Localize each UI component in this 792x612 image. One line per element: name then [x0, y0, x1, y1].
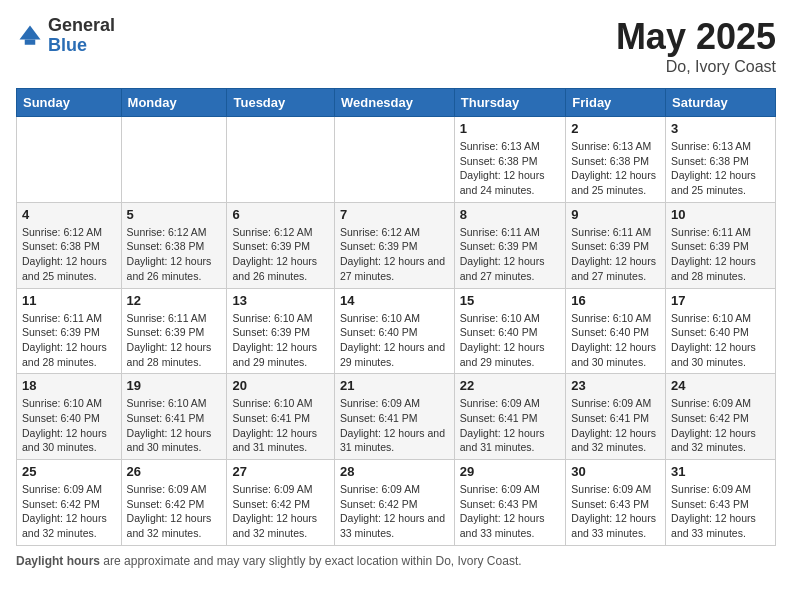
calendar-day	[17, 117, 122, 203]
day-info: Sunrise: 6:12 AM Sunset: 6:39 PM Dayligh…	[340, 225, 449, 284]
calendar-day: 20Sunrise: 6:10 AM Sunset: 6:41 PM Dayli…	[227, 374, 335, 460]
day-info: Sunrise: 6:11 AM Sunset: 6:39 PM Dayligh…	[460, 225, 561, 284]
calendar-day: 9Sunrise: 6:11 AM Sunset: 6:39 PM Daylig…	[566, 202, 666, 288]
day-number: 19	[127, 378, 222, 393]
day-info: Sunrise: 6:10 AM Sunset: 6:40 PM Dayligh…	[340, 311, 449, 370]
logo-icon	[16, 22, 44, 50]
logo-text: General Blue	[48, 16, 115, 56]
calendar-day: 10Sunrise: 6:11 AM Sunset: 6:39 PM Dayli…	[666, 202, 776, 288]
day-info: Sunrise: 6:13 AM Sunset: 6:38 PM Dayligh…	[571, 139, 660, 198]
day-number: 15	[460, 293, 561, 308]
calendar-day: 12Sunrise: 6:11 AM Sunset: 6:39 PM Dayli…	[121, 288, 227, 374]
day-number: 27	[232, 464, 329, 479]
calendar-day: 23Sunrise: 6:09 AM Sunset: 6:41 PM Dayli…	[566, 374, 666, 460]
calendar-week-2: 4Sunrise: 6:12 AM Sunset: 6:38 PM Daylig…	[17, 202, 776, 288]
day-number: 23	[571, 378, 660, 393]
footer-label: Daylight hours	[16, 554, 100, 568]
calendar-day: 18Sunrise: 6:10 AM Sunset: 6:40 PM Dayli…	[17, 374, 122, 460]
day-number: 14	[340, 293, 449, 308]
day-info: Sunrise: 6:12 AM Sunset: 6:39 PM Dayligh…	[232, 225, 329, 284]
title-block: May 2025 Do, Ivory Coast	[616, 16, 776, 76]
day-number: 8	[460, 207, 561, 222]
day-info: Sunrise: 6:13 AM Sunset: 6:38 PM Dayligh…	[671, 139, 770, 198]
calendar-day: 25Sunrise: 6:09 AM Sunset: 6:42 PM Dayli…	[17, 460, 122, 546]
day-number: 1	[460, 121, 561, 136]
calendar-day: 30Sunrise: 6:09 AM Sunset: 6:43 PM Dayli…	[566, 460, 666, 546]
day-number: 13	[232, 293, 329, 308]
day-number: 21	[340, 378, 449, 393]
day-info: Sunrise: 6:09 AM Sunset: 6:42 PM Dayligh…	[340, 482, 449, 541]
day-info: Sunrise: 6:09 AM Sunset: 6:41 PM Dayligh…	[571, 396, 660, 455]
logo: General Blue	[16, 16, 115, 56]
calendar-day: 19Sunrise: 6:10 AM Sunset: 6:41 PM Dayli…	[121, 374, 227, 460]
calendar-day: 1Sunrise: 6:13 AM Sunset: 6:38 PM Daylig…	[454, 117, 566, 203]
day-number: 20	[232, 378, 329, 393]
calendar-day: 26Sunrise: 6:09 AM Sunset: 6:42 PM Dayli…	[121, 460, 227, 546]
day-info: Sunrise: 6:09 AM Sunset: 6:42 PM Dayligh…	[671, 396, 770, 455]
header-friday: Friday	[566, 89, 666, 117]
logo-general: General	[48, 15, 115, 35]
day-info: Sunrise: 6:09 AM Sunset: 6:41 PM Dayligh…	[340, 396, 449, 455]
calendar-week-1: 1Sunrise: 6:13 AM Sunset: 6:38 PM Daylig…	[17, 117, 776, 203]
day-info: Sunrise: 6:09 AM Sunset: 6:43 PM Dayligh…	[571, 482, 660, 541]
day-number: 9	[571, 207, 660, 222]
day-info: Sunrise: 6:10 AM Sunset: 6:41 PM Dayligh…	[232, 396, 329, 455]
day-number: 24	[671, 378, 770, 393]
calendar-day: 6Sunrise: 6:12 AM Sunset: 6:39 PM Daylig…	[227, 202, 335, 288]
day-number: 22	[460, 378, 561, 393]
calendar-week-3: 11Sunrise: 6:11 AM Sunset: 6:39 PM Dayli…	[17, 288, 776, 374]
page-header: General Blue May 2025 Do, Ivory Coast	[16, 16, 776, 76]
header-wednesday: Wednesday	[334, 89, 454, 117]
calendar-day: 28Sunrise: 6:09 AM Sunset: 6:42 PM Dayli…	[334, 460, 454, 546]
calendar-day: 8Sunrise: 6:11 AM Sunset: 6:39 PM Daylig…	[454, 202, 566, 288]
calendar-day	[121, 117, 227, 203]
calendar-day	[334, 117, 454, 203]
header-saturday: Saturday	[666, 89, 776, 117]
header-monday: Monday	[121, 89, 227, 117]
day-info: Sunrise: 6:11 AM Sunset: 6:39 PM Dayligh…	[671, 225, 770, 284]
calendar-week-5: 25Sunrise: 6:09 AM Sunset: 6:42 PM Dayli…	[17, 460, 776, 546]
day-info: Sunrise: 6:10 AM Sunset: 6:40 PM Dayligh…	[671, 311, 770, 370]
calendar-day: 24Sunrise: 6:09 AM Sunset: 6:42 PM Dayli…	[666, 374, 776, 460]
calendar-day	[227, 117, 335, 203]
day-info: Sunrise: 6:12 AM Sunset: 6:38 PM Dayligh…	[127, 225, 222, 284]
calendar-day: 31Sunrise: 6:09 AM Sunset: 6:43 PM Dayli…	[666, 460, 776, 546]
day-number: 11	[22, 293, 116, 308]
day-info: Sunrise: 6:09 AM Sunset: 6:41 PM Dayligh…	[460, 396, 561, 455]
day-info: Sunrise: 6:11 AM Sunset: 6:39 PM Dayligh…	[571, 225, 660, 284]
day-number: 3	[671, 121, 770, 136]
footer: Daylight hours are approximate and may v…	[16, 554, 776, 568]
calendar-day: 22Sunrise: 6:09 AM Sunset: 6:41 PM Dayli…	[454, 374, 566, 460]
day-info: Sunrise: 6:10 AM Sunset: 6:40 PM Dayligh…	[22, 396, 116, 455]
calendar-day: 17Sunrise: 6:10 AM Sunset: 6:40 PM Dayli…	[666, 288, 776, 374]
day-info: Sunrise: 6:09 AM Sunset: 6:42 PM Dayligh…	[232, 482, 329, 541]
day-number: 29	[460, 464, 561, 479]
day-number: 17	[671, 293, 770, 308]
header-tuesday: Tuesday	[227, 89, 335, 117]
footer-text: are approximate and may vary slightly by…	[103, 554, 521, 568]
calendar-day: 15Sunrise: 6:10 AM Sunset: 6:40 PM Dayli…	[454, 288, 566, 374]
calendar-table: SundayMondayTuesdayWednesdayThursdayFrid…	[16, 88, 776, 546]
day-number: 10	[671, 207, 770, 222]
day-number: 25	[22, 464, 116, 479]
day-number: 26	[127, 464, 222, 479]
calendar-day: 4Sunrise: 6:12 AM Sunset: 6:38 PM Daylig…	[17, 202, 122, 288]
calendar-day: 7Sunrise: 6:12 AM Sunset: 6:39 PM Daylig…	[334, 202, 454, 288]
day-info: Sunrise: 6:09 AM Sunset: 6:43 PM Dayligh…	[460, 482, 561, 541]
calendar-day: 16Sunrise: 6:10 AM Sunset: 6:40 PM Dayli…	[566, 288, 666, 374]
day-info: Sunrise: 6:12 AM Sunset: 6:38 PM Dayligh…	[22, 225, 116, 284]
day-info: Sunrise: 6:10 AM Sunset: 6:41 PM Dayligh…	[127, 396, 222, 455]
day-number: 5	[127, 207, 222, 222]
svg-marker-0	[20, 25, 41, 39]
day-number: 12	[127, 293, 222, 308]
calendar-day: 29Sunrise: 6:09 AM Sunset: 6:43 PM Dayli…	[454, 460, 566, 546]
calendar-day: 3Sunrise: 6:13 AM Sunset: 6:38 PM Daylig…	[666, 117, 776, 203]
header-sunday: Sunday	[17, 89, 122, 117]
day-info: Sunrise: 6:09 AM Sunset: 6:43 PM Dayligh…	[671, 482, 770, 541]
calendar-title: May 2025	[616, 16, 776, 58]
calendar-day: 21Sunrise: 6:09 AM Sunset: 6:41 PM Dayli…	[334, 374, 454, 460]
day-number: 18	[22, 378, 116, 393]
calendar-day: 2Sunrise: 6:13 AM Sunset: 6:38 PM Daylig…	[566, 117, 666, 203]
day-info: Sunrise: 6:10 AM Sunset: 6:39 PM Dayligh…	[232, 311, 329, 370]
day-info: Sunrise: 6:11 AM Sunset: 6:39 PM Dayligh…	[127, 311, 222, 370]
